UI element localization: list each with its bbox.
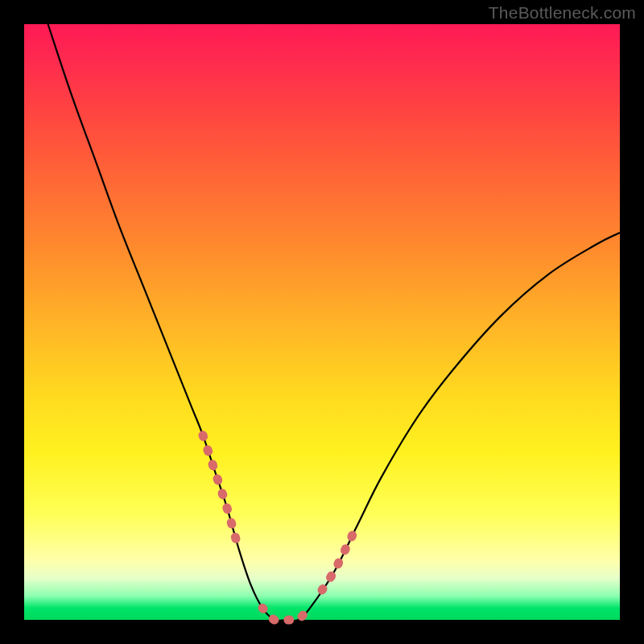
highlight-minimum bbox=[262, 608, 310, 620]
bottleneck-curve-svg bbox=[24, 24, 620, 620]
watermark-text: TheBottleneck.com bbox=[489, 3, 636, 23]
bottleneck-curve bbox=[48, 24, 620, 621]
highlight-right bbox=[322, 525, 357, 590]
chart-stage: TheBottleneck.com bbox=[0, 0, 644, 644]
plot-area bbox=[24, 24, 620, 620]
